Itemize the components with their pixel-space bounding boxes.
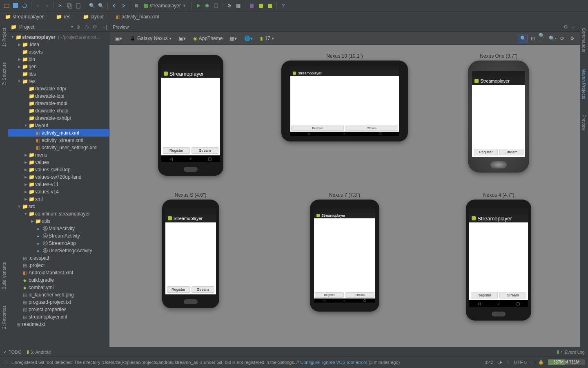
chevron-down-icon[interactable]: ▼ <box>70 25 74 29</box>
gear-icon[interactable]: ⚙ <box>93 24 98 30</box>
zoom-actual-icon[interactable]: ⊡ <box>528 34 537 43</box>
tab-todo[interactable]: ✓TODO <box>3 349 22 355</box>
tree-item[interactable]: activity_stream.xml <box>8 137 109 144</box>
tree-item[interactable]: project.properties <box>8 306 109 313</box>
tree-item[interactable]: ▼📁src <box>8 203 109 210</box>
tree-item[interactable]: ⓐUserSettingsActivity <box>8 247 109 254</box>
tree-item[interactable]: ▶📁values-sw720dp-land <box>8 173 109 181</box>
tree-item[interactable]: ▶📁.idea <box>8 41 109 48</box>
tree-item[interactable]: ▶📁values-sw600dp <box>8 166 109 173</box>
cut-icon[interactable]: ✂ <box>56 2 65 10</box>
tree-item-selected[interactable]: activity_main.xml <box>8 129 109 137</box>
attach-icon[interactable] <box>212 2 220 10</box>
device-dropdown[interactable]: 📱Galaxy Nexus▾ <box>127 34 174 43</box>
device-preview[interactable]: Streamoplayer RegisterStream ◁○▢ <box>158 53 223 176</box>
device-preview[interactable]: Nexus One (3.7") Streamoplayer RegisterS… <box>468 53 529 176</box>
locale-dropdown[interactable]: ▦▾ <box>227 34 239 43</box>
tree-item[interactable]: ▶📁values-v14 <box>8 188 109 195</box>
settings-preview-icon[interactable]: ⚙ <box>568 34 577 43</box>
device-preview[interactable]: Nexus 7 (7.3") Streamoplayer RegisterStr… <box>310 192 379 321</box>
vtab-structure[interactable]: 7: Structure <box>2 61 7 87</box>
forward-icon[interactable] <box>119 2 127 10</box>
tree-item[interactable]: 📁assets <box>8 48 109 56</box>
undo-icon[interactable] <box>34 2 42 10</box>
configure-link[interactable]: Configure <box>300 360 320 365</box>
tree-item[interactable]: ▶📁bin <box>8 56 109 63</box>
structure-icon[interactable]: ▦ <box>234 2 243 10</box>
find-icon[interactable]: 🔍 <box>88 2 96 10</box>
tree-item[interactable]: ▼📁co.infinum.streamoplayer <box>8 210 109 218</box>
copy-icon[interactable] <box>65 2 74 10</box>
tree-item[interactable]: ▶📁values-v11 <box>8 181 109 188</box>
theme-dropdown[interactable]: ◉AppTheme <box>191 34 225 43</box>
status-encoding[interactable]: UTF-8 <box>514 360 527 365</box>
zoom-out-icon[interactable]: 🔍- <box>548 34 557 43</box>
breadcrumb-item[interactable]: 📁res〉 <box>53 13 80 20</box>
status-icon[interactable]: ▢ <box>3 359 7 365</box>
paste-icon[interactable] <box>74 2 82 10</box>
run-config-dropdown[interactable]: streamoplayer ▼ <box>142 2 189 10</box>
tree-item[interactable]: build.gradle <box>8 276 109 284</box>
vtab-favorites[interactable]: 2: Favorites <box>2 304 7 330</box>
hide-icon[interactable]: →| <box>570 24 577 30</box>
tree-item[interactable]: ic_launcher-web.png <box>8 291 109 298</box>
tree-item[interactable]: readme.txt <box>8 321 109 328</box>
redo-icon[interactable] <box>43 2 51 10</box>
gear-icon[interactable]: ⚙ <box>564 24 568 30</box>
tree-item[interactable]: .project <box>8 262 109 269</box>
zoom-in-icon[interactable]: 🔍+ <box>538 34 547 43</box>
tree-item[interactable]: ⓐStreamActivity <box>8 232 109 240</box>
hide-icon[interactable]: →| <box>101 24 107 30</box>
tree-item[interactable]: combat.yml <box>8 284 109 291</box>
debug-icon[interactable] <box>203 2 211 10</box>
tree-item[interactable]: ▼📁layout <box>8 122 109 129</box>
tree-item[interactable]: ▶📁values <box>8 159 109 166</box>
vtab-project[interactable]: 1: Project <box>2 26 7 48</box>
tree-item[interactable]: 📁drawable-ldpi <box>8 92 109 100</box>
memory-indicator[interactable]: 327M of 711M <box>548 359 585 365</box>
tree-item[interactable]: .classpath <box>8 254 109 262</box>
project-tree[interactable]: ▼📁streamoplayer(~/projects/androi… ▶📁.id… <box>8 32 109 347</box>
save-icon[interactable] <box>11 2 20 10</box>
orientation-dropdown[interactable]: ▣▾ <box>176 34 188 43</box>
back-icon[interactable] <box>110 2 118 10</box>
open-icon[interactable] <box>2 2 11 10</box>
vtab-preview[interactable]: Preview <box>581 113 586 132</box>
refresh-icon[interactable] <box>20 2 29 10</box>
tree-item[interactable]: ▶📁menu <box>8 151 109 159</box>
tree-item[interactable]: ⓐStreamoApp <box>8 240 109 247</box>
preview-canvas[interactable]: Streamoplayer RegisterStream ◁○▢ Nexus 1… <box>109 45 580 347</box>
tree-item[interactable]: AndroidManifest.xml <box>8 269 109 276</box>
ignore-link[interactable]: Ignore VCS root errors <box>322 360 368 365</box>
device-preview[interactable]: Nexus 4 (4.7") Streamoplayer RegisterStr… <box>466 192 531 321</box>
tree-item[interactable]: ▼📁res <box>8 78 109 85</box>
tab-android[interactable]: ▮6: Android <box>27 349 51 355</box>
device-preview[interactable]: Nexus 10 (10.1") Streamoplayer RegisterS… <box>281 53 408 176</box>
make-icon[interactable] <box>133 2 141 10</box>
locate-icon[interactable]: ◎ <box>85 24 90 30</box>
tree-item[interactable]: ▶📁utils <box>8 218 109 225</box>
vtab-build-variants[interactable]: Build Variants <box>2 260 7 291</box>
tree-item[interactable]: 📁drawable-mdpi <box>8 100 109 107</box>
vtab-commander[interactable]: Commander <box>581 26 586 54</box>
tree-item[interactable]: ⓐMainActivity <box>8 225 109 232</box>
replace-icon[interactable]: 🔍 <box>97 2 105 10</box>
lock-icon[interactable]: 🔒 <box>538 359 544 365</box>
vtab-maven[interactable]: Maven Projects <box>581 67 586 101</box>
tree-item[interactable]: proguard-project.txt <box>8 298 109 306</box>
avd-icon[interactable] <box>257 2 265 10</box>
refresh-preview-icon[interactable]: ⟳ <box>558 34 567 43</box>
tree-item[interactable]: ▶📁gen <box>8 63 109 70</box>
monitor-icon[interactable] <box>266 2 274 10</box>
tab-event-log[interactable]: ▮1 Event Log <box>557 349 585 355</box>
run-icon[interactable] <box>194 2 202 10</box>
tree-root[interactable]: ▼📁streamoplayer(~/projects/androi… <box>8 34 109 41</box>
tree-item[interactable]: 📁drawable-xhdpi <box>8 107 109 114</box>
tree-item[interactable]: streamoplayer.iml <box>8 313 109 321</box>
api-dropdown[interactable]: ▮17▾ <box>258 34 276 43</box>
tree-item[interactable]: 📁drawable-xxhdpi <box>8 114 109 122</box>
render-config[interactable]: ▣▾ <box>113 34 125 43</box>
night-dropdown[interactable]: 🌐▾ <box>242 34 255 43</box>
help-icon[interactable]: ? <box>279 2 287 10</box>
sdk-icon[interactable] <box>248 2 256 10</box>
